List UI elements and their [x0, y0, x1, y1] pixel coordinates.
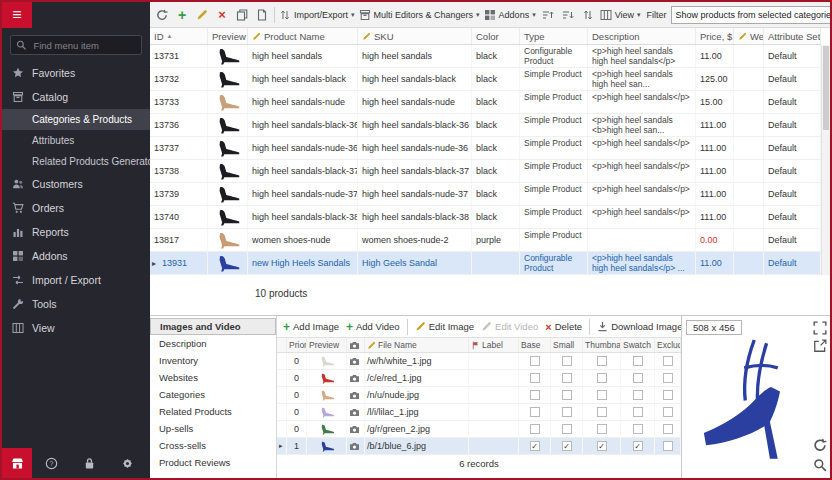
cell-small[interactable]	[551, 404, 583, 420]
tab-related-products[interactable]: Related Products	[150, 403, 276, 420]
column-header-camera[interactable]	[347, 338, 365, 352]
column-header-priority[interactable]: Priority	[287, 338, 307, 352]
swatch-checkbox[interactable]	[633, 407, 643, 417]
column-header-sku[interactable]: SKU	[358, 28, 472, 44]
column-header-id[interactable]: ID▲	[150, 28, 208, 44]
product-row-selected[interactable]: 13931 new High Heels Sandals High Geels …	[150, 252, 821, 275]
thumbnail-checkbox[interactable]	[597, 373, 607, 383]
base-checkbox[interactable]	[530, 390, 540, 400]
multi-editors-menu[interactable]: Multi Editors & Changers▾	[359, 9, 480, 21]
cell-base[interactable]	[519, 353, 551, 369]
exclude-checkbox[interactable]	[663, 407, 673, 417]
cell-exclude[interactable]	[655, 421, 681, 437]
copy-button[interactable]	[234, 6, 250, 24]
tab-categories[interactable]: Categories	[150, 386, 276, 403]
duplicate-button[interactable]	[254, 6, 270, 24]
add-image-button[interactable]: +Add Image	[283, 320, 339, 334]
category-filter-select[interactable]: Show products from selected categories▾	[671, 6, 830, 24]
cell-thumbnail[interactable]	[583, 404, 621, 420]
edit-product-button[interactable]	[194, 6, 210, 24]
add-product-button[interactable]: +	[174, 6, 190, 24]
exclude-checkbox[interactable]	[663, 356, 673, 366]
tab-images-and-video[interactable]: Images and Video	[150, 318, 276, 335]
cell-swatch[interactable]	[621, 421, 655, 437]
cell-small[interactable]	[551, 387, 583, 403]
sidebar-item-catalog[interactable]: Catalog	[2, 85, 150, 109]
add-video-button[interactable]: +Add Video	[346, 320, 400, 334]
cell-thumbnail[interactable]	[583, 387, 621, 403]
small-checkbox[interactable]	[562, 441, 572, 451]
scrollbar-thumb[interactable]	[823, 46, 829, 130]
product-row[interactable]: 13739 high heel sandals-nude-37 high hee…	[150, 183, 821, 206]
store-button[interactable]	[2, 448, 32, 478]
cell-small[interactable]	[551, 353, 583, 369]
addons-menu[interactable]: Addons▾	[484, 9, 536, 21]
cell-thumbnail[interactable]	[583, 370, 621, 386]
tab-description[interactable]: Description	[150, 335, 276, 352]
column-header-attribute-set[interactable]: Attribute Set Name	[764, 28, 821, 44]
base-checkbox[interactable]	[530, 441, 540, 451]
sort-descending-button[interactable]	[560, 6, 576, 24]
column-header-preview[interactable]: Preview	[307, 338, 347, 352]
menu-search-input[interactable]	[31, 39, 136, 52]
import-export-menu[interactable]: Import/Export▾	[279, 9, 355, 21]
sidebar-item-orders[interactable]: Orders	[2, 196, 150, 220]
sidebar-item-attributes[interactable]: Attributes	[2, 130, 150, 151]
cell-base[interactable]	[519, 404, 551, 420]
cell-swatch[interactable]	[621, 387, 655, 403]
cell-thumbnail[interactable]	[583, 353, 621, 369]
help-button[interactable]	[32, 448, 70, 478]
cell-exclude[interactable]	[655, 370, 681, 386]
edit-image-button[interactable]: Edit Image	[415, 321, 474, 332]
column-header-type[interactable]: Type	[520, 28, 588, 44]
base-checkbox[interactable]	[530, 407, 540, 417]
cell-small[interactable]	[551, 370, 583, 386]
exclude-checkbox[interactable]	[663, 373, 673, 383]
column-header-preview[interactable]: Preview	[208, 28, 248, 44]
image-row[interactable]: 0 /l/i/lilac_1.jpg	[277, 404, 681, 421]
product-row[interactable]: 13737 high heel sandals-nude-36 high hee…	[150, 137, 821, 160]
column-header-exclude[interactable]: Exclude	[655, 338, 681, 352]
sidebar-item-view[interactable]: View	[2, 316, 150, 340]
grid-scrollbar[interactable]	[821, 45, 830, 275]
thumbnail-checkbox[interactable]	[597, 441, 607, 451]
swatch-checkbox[interactable]	[633, 424, 643, 434]
swatch-checkbox[interactable]	[633, 390, 643, 400]
tab-websites[interactable]: Websites	[150, 369, 276, 386]
cell-thumbnail[interactable]	[583, 438, 621, 454]
swatch-checkbox[interactable]	[633, 373, 643, 383]
exclude-checkbox[interactable]	[663, 441, 673, 451]
tab-cross-sells[interactable]: Cross-sells	[150, 437, 276, 454]
sidebar-item-addons[interactable]: Addons	[2, 244, 150, 268]
product-row[interactable]: 13731 high heel sandals high heel sandal…	[150, 45, 821, 68]
product-row[interactable]: 13817 women shoes-nude women shoes-nude-…	[150, 229, 821, 252]
fullscreen-icon[interactable]	[813, 321, 827, 335]
exclude-checkbox[interactable]	[663, 390, 673, 400]
base-checkbox[interactable]	[530, 356, 540, 366]
product-row[interactable]: 13733 high heel sandals-nude high heel s…	[150, 91, 821, 114]
refresh-button[interactable]	[154, 6, 170, 24]
tab-product-reviews[interactable]: Product Reviews	[150, 454, 276, 471]
open-external-icon[interactable]	[813, 339, 827, 353]
column-header-base[interactable]: Base	[519, 338, 551, 352]
column-header-color[interactable]: Color	[472, 28, 520, 44]
view-menu[interactable]: View▾	[600, 9, 641, 21]
column-header-thumbnail[interactable]: Thumbnail	[583, 338, 621, 352]
cell-swatch[interactable]	[621, 370, 655, 386]
cell-exclude[interactable]	[655, 387, 681, 403]
cell-swatch[interactable]	[621, 438, 655, 454]
sidebar-item-reports[interactable]: Reports	[2, 220, 150, 244]
product-row[interactable]: 13738 high heel sandals-black-37 high he…	[150, 160, 821, 183]
exclude-checkbox[interactable]	[663, 424, 673, 434]
image-row[interactable]: 0 /n/u/nude.jpg	[277, 387, 681, 404]
hamburger-menu-icon[interactable]: ≡	[2, 2, 32, 28]
cell-base[interactable]	[519, 438, 551, 454]
sidebar-item-tools[interactable]: Tools	[2, 292, 150, 316]
sidebar-item-import-export[interactable]: Import / Export	[2, 268, 150, 292]
thumbnail-checkbox[interactable]	[597, 424, 607, 434]
sidebar-item-favorites[interactable]: Favorites	[2, 61, 150, 85]
product-row[interactable]: 13740 high heel sandals-black-38 high he…	[150, 206, 821, 229]
small-checkbox[interactable]	[562, 390, 572, 400]
reorder-button[interactable]	[580, 6, 596, 24]
cell-base[interactable]	[519, 387, 551, 403]
